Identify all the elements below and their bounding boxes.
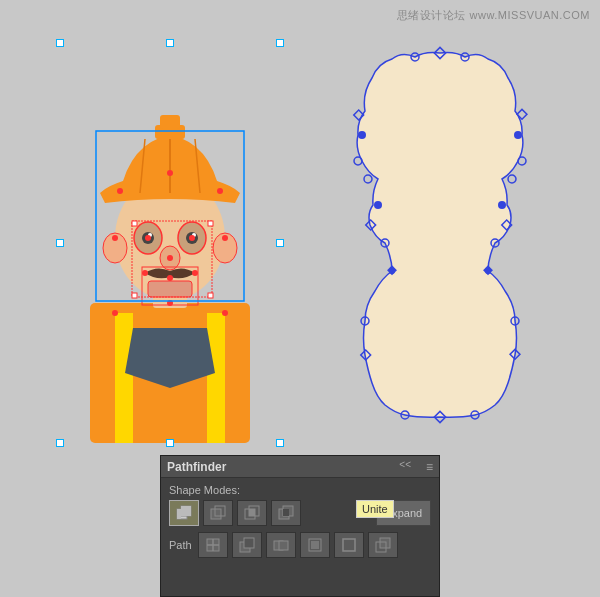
svg-rect-73 xyxy=(211,509,221,519)
panel-body: Shape Modes: xyxy=(161,478,439,564)
handle-bm[interactable] xyxy=(166,439,174,447)
crop-button[interactable] xyxy=(300,532,330,558)
svg-rect-40 xyxy=(132,293,137,298)
intersect-button[interactable] xyxy=(237,500,267,526)
shape-modes-label: Shape Modes: xyxy=(169,484,431,496)
handle-ml[interactable] xyxy=(56,239,64,247)
handle-bl[interactable] xyxy=(56,439,64,447)
svg-point-29 xyxy=(145,235,151,241)
svg-rect-85 xyxy=(244,538,254,548)
divide-button[interactable] xyxy=(198,532,228,558)
svg-rect-89 xyxy=(311,541,319,549)
svg-point-37 xyxy=(192,270,198,276)
svg-rect-39 xyxy=(208,221,213,226)
svg-point-48 xyxy=(354,157,362,165)
svg-rect-41 xyxy=(208,293,213,298)
svg-point-53 xyxy=(508,175,516,183)
svg-rect-90 xyxy=(343,539,355,551)
svg-rect-38 xyxy=(132,221,137,226)
svg-point-36 xyxy=(142,270,148,276)
panel-collapse-icon[interactable]: << xyxy=(399,459,411,470)
svg-rect-80 xyxy=(283,509,289,516)
pathfinder-panel: << Pathfinder ≡ Shape Modes: xyxy=(160,455,440,597)
svg-rect-2 xyxy=(207,313,225,443)
svg-rect-77 xyxy=(249,509,255,516)
svg-point-32 xyxy=(112,310,118,316)
worker-illustration xyxy=(60,43,280,443)
svg-point-46 xyxy=(358,131,366,139)
handle-br[interactable] xyxy=(276,439,284,447)
unite-tooltip: Unite xyxy=(356,500,394,518)
handle-tm[interactable] xyxy=(166,39,174,47)
path-label: Path xyxy=(169,539,192,551)
outline-button[interactable] xyxy=(334,532,364,558)
svg-point-25 xyxy=(117,188,123,194)
svg-point-54 xyxy=(374,201,382,209)
figure-left xyxy=(60,43,280,443)
path-row: Path xyxy=(169,532,431,558)
svg-point-24 xyxy=(167,170,173,176)
svg-rect-87 xyxy=(279,541,288,550)
svg-point-70 xyxy=(485,268,491,274)
handle-tl[interactable] xyxy=(56,39,64,47)
svg-rect-1 xyxy=(115,313,133,443)
svg-rect-13 xyxy=(160,115,180,129)
svg-rect-91 xyxy=(380,538,390,548)
handle-tr[interactable] xyxy=(276,39,284,47)
panel-title: Pathfinder xyxy=(167,460,226,474)
merge-button[interactable] xyxy=(266,532,296,558)
path-outline xyxy=(340,43,540,443)
canvas-area: 思绪设计论坛 www.MISSVUAN.COM xyxy=(0,0,600,455)
watermark: 思绪设计论坛 www.MISSVUAN.COM xyxy=(397,8,590,23)
svg-point-49 xyxy=(518,157,526,165)
panel-header: Pathfinder ≡ xyxy=(161,456,439,478)
minus-front-button[interactable] xyxy=(203,500,233,526)
svg-point-35 xyxy=(167,275,173,281)
svg-point-27 xyxy=(112,235,118,241)
svg-point-55 xyxy=(498,201,506,209)
svg-point-28 xyxy=(222,235,228,241)
exclude-button[interactable] xyxy=(271,500,301,526)
svg-rect-21 xyxy=(148,281,192,297)
svg-point-34 xyxy=(167,255,173,261)
trim-button[interactable] xyxy=(232,532,262,558)
unite-button[interactable] xyxy=(169,500,199,526)
handle-mr[interactable] xyxy=(276,239,284,247)
minus-back-button[interactable] xyxy=(368,532,398,558)
svg-point-30 xyxy=(189,235,195,241)
svg-point-52 xyxy=(364,175,372,183)
svg-point-69 xyxy=(389,268,395,274)
svg-point-47 xyxy=(514,131,522,139)
svg-point-26 xyxy=(217,188,223,194)
figure-right xyxy=(340,43,540,443)
panel-menu-icon[interactable]: ≡ xyxy=(426,460,433,474)
svg-point-33 xyxy=(222,310,228,316)
